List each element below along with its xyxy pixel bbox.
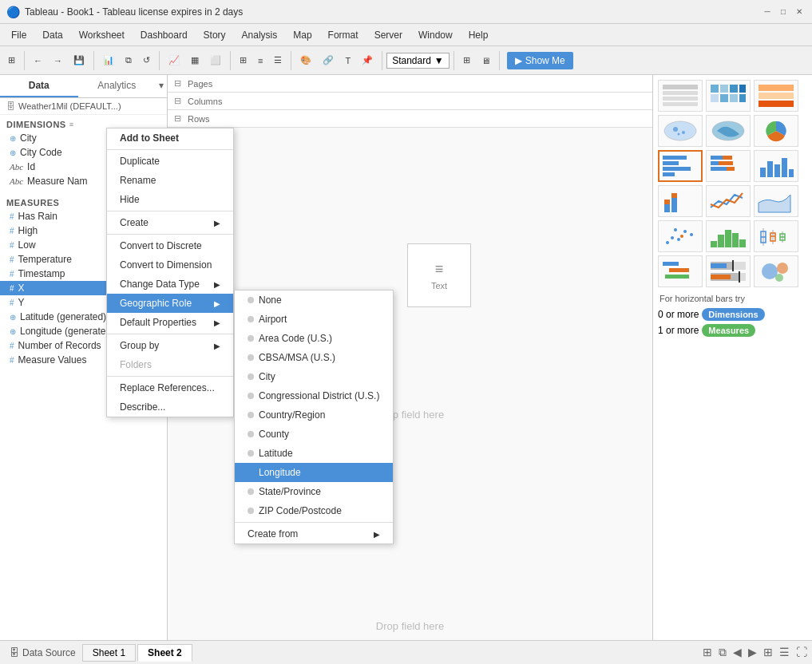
toolbar-group-btn[interactable]: ⊞ bbox=[235, 52, 252, 69]
ctx-hide[interactable]: Hide bbox=[107, 190, 233, 209]
geo-state[interactable]: State/Province bbox=[235, 482, 393, 501]
toolbar-forward-btn[interactable]: → bbox=[49, 53, 67, 69]
svg-point-40 bbox=[666, 241, 669, 244]
toolbar-new-sheet-btn[interactable]: 📊 bbox=[98, 52, 119, 69]
toolbar-device-btn[interactable]: 🖥 bbox=[477, 53, 495, 69]
geo-zip[interactable]: ZIP Code/Postcode bbox=[235, 501, 393, 520]
toolbar-grid-btn[interactable]: ⊞ bbox=[3, 52, 20, 69]
ctx-add-to-sheet[interactable]: Add to Sheet bbox=[107, 128, 233, 148]
geo-county[interactable]: County bbox=[235, 425, 393, 444]
toolbar-chart-btn[interactable]: 📈 bbox=[164, 52, 184, 69]
text-card[interactable]: ≡ Text bbox=[407, 243, 471, 307]
chart-cell-hbar[interactable] bbox=[658, 150, 703, 182]
geo-area-code[interactable]: Area Code (U.S.) bbox=[235, 329, 393, 348]
chart-cell-histogram[interactable] bbox=[706, 220, 751, 252]
toolbar-back-btn[interactable]: ← bbox=[29, 53, 47, 69]
svg-rect-35 bbox=[789, 169, 794, 177]
ctx-folders: Folders bbox=[107, 355, 233, 374]
toolbar-color-btn[interactable]: 🎨 bbox=[295, 52, 316, 69]
menu-map[interactable]: Map bbox=[285, 26, 319, 44]
toolbar-dup-btn[interactable]: ⧉ bbox=[121, 52, 137, 69]
grid-view-icon[interactable]: ⊞ bbox=[762, 644, 774, 661]
ctx-duplicate[interactable]: Duplicate bbox=[107, 152, 233, 171]
toolbar-sep7 bbox=[454, 51, 454, 70]
geo-zip-label: ZIP Code/Postcode bbox=[259, 505, 342, 516]
chart-cell-filled-map[interactable] bbox=[706, 115, 751, 147]
geo-airport[interactable]: Airport bbox=[235, 310, 393, 329]
tab-analytics[interactable]: Analytics bbox=[78, 75, 156, 97]
data-source-tab[interactable]: 🗄 Data Source bbox=[3, 645, 82, 661]
fullscreen-icon[interactable]: ⛶ bbox=[794, 644, 809, 661]
ctx-describe[interactable]: Describe... bbox=[107, 397, 233, 417]
geo-longitude[interactable]: Longitude bbox=[235, 463, 393, 482]
ctx-convert-discrete[interactable]: Convert to Discrete bbox=[107, 236, 233, 255]
chart-cell-symbol-map[interactable] bbox=[658, 115, 703, 147]
chart-cell-area[interactable] bbox=[754, 185, 798, 217]
nav-left-icon[interactable]: ◀ bbox=[731, 644, 743, 661]
nav-right-icon[interactable]: ▶ bbox=[747, 644, 759, 661]
menu-analysis[interactable]: Analysis bbox=[234, 26, 286, 44]
geo-create-from-label: Create from bbox=[248, 528, 298, 540]
toolbar-more1-btn[interactable]: ⬜ bbox=[205, 52, 226, 69]
chart-cell-vbar[interactable] bbox=[754, 150, 798, 182]
chart-cell-gantt[interactable] bbox=[658, 255, 703, 287]
toolbar-cols-btn[interactable]: ☰ bbox=[269, 52, 287, 69]
menu-worksheet[interactable]: Worksheet bbox=[71, 26, 133, 44]
chart-cell-stacked-vbar[interactable] bbox=[658, 185, 703, 217]
menu-help[interactable]: Help bbox=[461, 26, 497, 44]
menu-story[interactable]: Story bbox=[196, 26, 234, 44]
geo-congressional[interactable]: Congressional District (U.S.) bbox=[235, 386, 393, 405]
geo-none[interactable]: None bbox=[235, 290, 393, 310]
ctx-convert-dimension[interactable]: Convert to Dimension bbox=[107, 255, 233, 275]
show-me-button[interactable]: ▶ Show Me bbox=[507, 52, 573, 69]
ctx-geo-role[interactable]: Geographic Role ▶ bbox=[107, 294, 233, 313]
sheet2-tab[interactable]: Sheet 2 bbox=[137, 644, 192, 662]
toolbar-table-btn[interactable]: ▦ bbox=[186, 52, 204, 69]
geo-cbsa[interactable]: CBSA/MSA (U.S.) bbox=[235, 348, 393, 367]
geo-create-from[interactable]: Create from ▶ bbox=[235, 524, 393, 543]
dup-sheet-icon[interactable]: ⧉ bbox=[717, 644, 728, 661]
toolbar-rows-btn[interactable]: ≡ bbox=[253, 53, 267, 69]
ctx-default-props[interactable]: Default Properties ▶ bbox=[107, 313, 233, 332]
menu-data[interactable]: Data bbox=[34, 26, 70, 44]
ctx-rename[interactable]: Rename bbox=[107, 171, 233, 190]
menu-window[interactable]: Window bbox=[410, 26, 461, 44]
chart-cell-highlight-table[interactable] bbox=[754, 80, 798, 112]
ctx-change-data-type[interactable]: Change Data Type ▶ bbox=[107, 275, 233, 294]
chart-cell-bubble[interactable] bbox=[754, 255, 798, 287]
list-view-icon[interactable]: ☰ bbox=[778, 644, 791, 661]
geo-country[interactable]: Country/Region bbox=[235, 405, 393, 425]
chart-cell-scatter[interactable] bbox=[658, 220, 703, 252]
add-sheet-icon[interactable]: ⊞ bbox=[701, 644, 714, 661]
toolbar-text-btn[interactable]: T bbox=[340, 53, 355, 69]
close-button[interactable]: ✕ bbox=[793, 6, 806, 18]
menu-server[interactable]: Server bbox=[366, 26, 410, 44]
tab-data[interactable]: Data bbox=[0, 75, 78, 97]
toolbar-save-btn[interactable]: 💾 bbox=[69, 52, 89, 69]
toolbar-fit-btn[interactable]: ⊞ bbox=[458, 52, 475, 69]
standard-dropdown[interactable]: Standard ▼ bbox=[386, 53, 450, 69]
chart-cell-bullet[interactable] bbox=[706, 255, 751, 287]
menu-file[interactable]: File bbox=[3, 26, 34, 44]
panel-tab-arrow[interactable]: ▾ bbox=[156, 75, 167, 97]
toolbar-pin-btn[interactable]: 📌 bbox=[357, 52, 378, 69]
chart-cell-stacked-hbar[interactable] bbox=[706, 150, 751, 182]
chart-cell-heat-map[interactable] bbox=[706, 80, 751, 112]
toolbar-refresh-btn[interactable]: ↺ bbox=[138, 52, 155, 69]
title-bar-controls[interactable]: ─ □ ✕ bbox=[761, 6, 806, 18]
toolbar-link-btn[interactable]: 🔗 bbox=[318, 52, 339, 69]
chart-cell-box-whisker[interactable] bbox=[754, 220, 798, 252]
ctx-group-by[interactable]: Group by ▶ bbox=[107, 336, 233, 355]
ctx-create[interactable]: Create ▶ bbox=[107, 213, 233, 232]
sheet1-tab[interactable]: Sheet 1 bbox=[82, 644, 136, 662]
menu-format[interactable]: Format bbox=[320, 26, 366, 44]
geo-city[interactable]: City bbox=[235, 367, 393, 386]
geo-latitude[interactable]: Latitude bbox=[235, 444, 393, 463]
chart-cell-text-table[interactable] bbox=[658, 80, 703, 112]
chart-cell-line[interactable] bbox=[706, 185, 751, 217]
chart-cell-pie[interactable] bbox=[754, 115, 798, 147]
ctx-replace-refs[interactable]: Replace References... bbox=[107, 378, 233, 397]
minimize-button[interactable]: ─ bbox=[761, 6, 774, 18]
maximize-button[interactable]: □ bbox=[777, 6, 790, 18]
menu-dashboard[interactable]: Dashboard bbox=[133, 26, 196, 44]
